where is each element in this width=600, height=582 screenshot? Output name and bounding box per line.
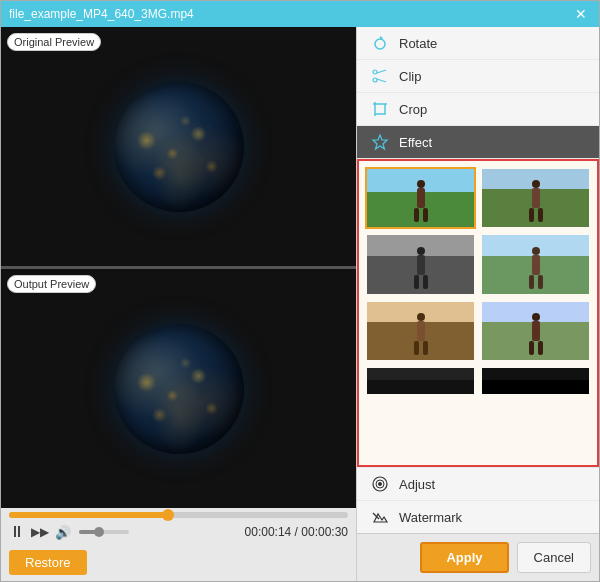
svg-point-15 <box>532 180 540 188</box>
adjust-icon <box>371 475 389 493</box>
scissors-icon <box>371 67 389 85</box>
effect-thumb-inner-3 <box>367 235 474 293</box>
person-silhouette-5 <box>410 311 432 356</box>
restore-button[interactable]: Restore <box>9 550 87 575</box>
adjust-label: Adjust <box>399 477 435 492</box>
effect-thumb-inner-4 <box>482 235 589 293</box>
original-earth <box>114 82 244 212</box>
original-preview-block: Original Preview <box>1 27 356 266</box>
effect-thumb-1[interactable] <box>365 167 476 229</box>
volume-icon: 🔊 <box>55 525 71 540</box>
svg-point-19 <box>417 247 425 255</box>
right-panel: Rotate Clip <box>356 27 599 581</box>
svg-rect-18 <box>538 208 543 222</box>
person-silhouette-2 <box>525 178 547 223</box>
volume-slider[interactable] <box>79 530 129 534</box>
effect-thumb-2[interactable] <box>480 167 591 229</box>
effects-grid <box>365 167 591 396</box>
controls-bar: ⏸ ▶▶ 🔊 00:00:14 / 00:00:30 <box>1 508 356 544</box>
tool-menu: Rotate Clip <box>357 27 599 159</box>
progress-bar[interactable] <box>9 512 348 518</box>
tool-adjust[interactable]: Adjust <box>357 467 599 500</box>
svg-marker-10 <box>373 135 387 149</box>
tool-clip[interactable]: Clip <box>357 60 599 93</box>
watermark-label: Watermark <box>399 510 462 525</box>
effect-icon <box>371 133 389 151</box>
person-silhouette-4 <box>525 245 547 290</box>
left-panel: Original Preview Output Preview <box>1 27 356 581</box>
svg-rect-28 <box>417 321 425 341</box>
play-pause-button[interactable]: ⏸ <box>9 524 25 540</box>
original-preview-label: Original Preview <box>7 33 101 51</box>
thumb-bg-4 <box>482 235 589 293</box>
progress-fill <box>9 512 168 518</box>
tool-rotate[interactable]: Rotate <box>357 27 599 60</box>
preview-section: Original Preview Output Preview <box>1 27 356 508</box>
svg-rect-32 <box>532 321 540 341</box>
tool-crop[interactable]: Crop <box>357 93 599 126</box>
svg-point-11 <box>417 180 425 188</box>
rotate-icon <box>371 34 389 52</box>
current-time: 00:00:14 <box>245 525 292 539</box>
svg-rect-14 <box>423 208 428 222</box>
effect-thumb-3[interactable] <box>365 233 476 295</box>
time-display: 00:00:14 / 00:00:30 <box>245 525 348 539</box>
svg-line-3 <box>377 70 386 73</box>
thumb-bg-3 <box>367 235 474 293</box>
svg-rect-5 <box>375 104 385 114</box>
apply-button[interactable]: Apply <box>420 542 508 573</box>
lower-tools: Adjust Watermark <box>357 467 599 533</box>
output-preview-label: Output Preview <box>7 275 96 293</box>
thumb-bg-7 <box>367 368 474 396</box>
svg-rect-30 <box>423 341 428 355</box>
output-preview-block: Output Preview <box>1 269 356 508</box>
next-frame-button[interactable]: ▶▶ <box>31 526 49 538</box>
watermark-icon <box>371 508 389 526</box>
thumb-bg-1 <box>367 169 474 227</box>
effect-thumb-4[interactable] <box>480 233 591 295</box>
cancel-button[interactable]: Cancel <box>517 542 591 573</box>
total-time: 00:00:30 <box>301 525 348 539</box>
svg-rect-12 <box>417 188 425 208</box>
effects-grid-wrapper <box>357 159 599 467</box>
effect-thumb-6[interactable] <box>480 300 591 362</box>
svg-rect-20 <box>417 255 425 275</box>
svg-point-23 <box>532 247 540 255</box>
rotate-label: Rotate <box>399 36 437 51</box>
effect-thumb-8[interactable] <box>480 366 591 396</box>
svg-point-2 <box>373 78 377 82</box>
svg-rect-33 <box>529 341 534 355</box>
svg-rect-21 <box>414 275 419 289</box>
footer-buttons: Apply Cancel <box>357 533 599 581</box>
controls-row: ⏸ ▶▶ 🔊 00:00:14 / 00:00:30 <box>9 524 348 540</box>
close-button[interactable]: ✕ <box>571 7 591 21</box>
progress-handle[interactable] <box>162 509 174 521</box>
svg-rect-24 <box>532 255 540 275</box>
tool-effect[interactable]: Effect <box>357 126 599 159</box>
bottom-buttons: Restore <box>1 544 356 581</box>
effect-thumb-inner-2 <box>482 169 589 227</box>
thumb-bg-8 <box>482 368 589 396</box>
person-silhouette-6 <box>525 311 547 356</box>
tool-watermark[interactable]: Watermark <box>357 500 599 533</box>
crop-icon <box>371 100 389 118</box>
svg-rect-17 <box>529 208 534 222</box>
effect-thumb-inner-7 <box>367 368 474 396</box>
thumb-bg-6 <box>482 302 589 360</box>
svg-point-0 <box>375 39 385 49</box>
effect-thumb-inner-5 <box>367 302 474 360</box>
svg-rect-13 <box>414 208 419 222</box>
person-silhouette-3 <box>410 245 432 290</box>
svg-rect-34 <box>538 341 543 355</box>
effect-thumb-5[interactable] <box>365 300 476 362</box>
svg-rect-29 <box>414 341 419 355</box>
earth-lights <box>114 82 244 212</box>
svg-point-31 <box>532 313 540 321</box>
volume-handle[interactable] <box>94 527 104 537</box>
svg-line-4 <box>377 79 386 82</box>
output-earth-lights <box>114 324 244 454</box>
thumb-bg-2 <box>482 169 589 227</box>
title-bar: file_example_MP4_640_3MG.mp4 ✕ <box>1 1 599 27</box>
effect-thumb-7[interactable] <box>365 366 476 396</box>
effect-label: Effect <box>399 135 432 150</box>
